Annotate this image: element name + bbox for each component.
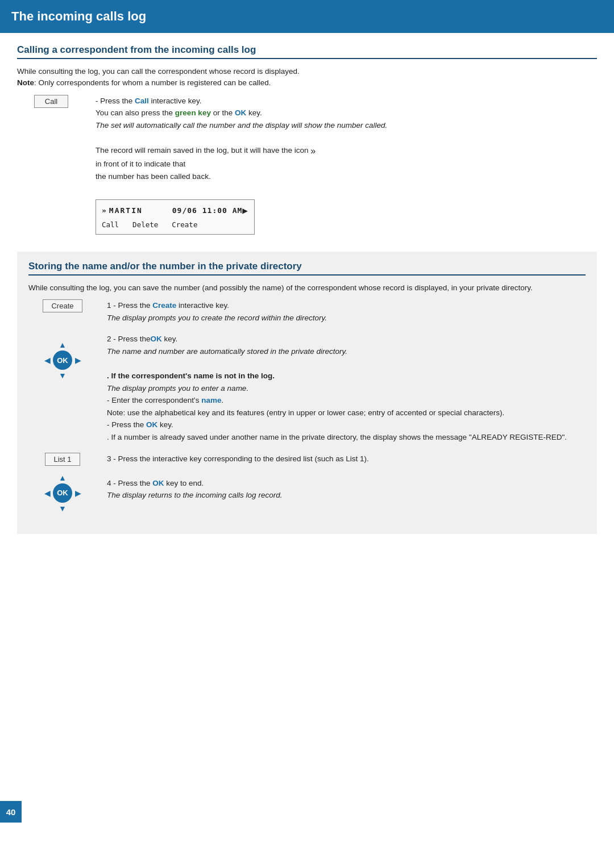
nav-pad-2: ▲ ▼ ◀ ▶ OK: [40, 470, 85, 516]
instr3: The set will automatically call the numb…: [96, 119, 597, 132]
display-action-call[interactable]: Call: [102, 219, 119, 231]
page-header: The incoming calls log: [0, 0, 614, 33]
step2-italic: The name and number are automatically st…: [107, 345, 586, 358]
nav-left-arrow-2[interactable]: ◀: [41, 487, 53, 499]
nav-pad-1: ▲ ▼ ◀ ▶ OK: [40, 337, 85, 383]
display-name: MARTIN: [109, 205, 172, 217]
nav-right-arrow-2[interactable]: ▶: [72, 487, 84, 499]
section-calling: Calling a correspondent from the incomin…: [17, 44, 597, 235]
instr4: The record will remain saved in the log,…: [96, 144, 597, 183]
nav-up-arrow-2[interactable]: ▲: [56, 471, 69, 484]
ok-key-ref4: OK: [152, 479, 164, 487]
nav-right-arrow[interactable]: ▶: [72, 354, 84, 366]
section1-intro: While consulting the log, you can call t…: [17, 66, 597, 89]
green-key-ref: green key: [175, 108, 211, 117]
ok-key-ref3: OK: [146, 420, 157, 429]
display-action-create[interactable]: Create: [172, 219, 197, 231]
display-row1: » MARTIN 09/06 11:00 AM ▶: [102, 203, 248, 218]
note-label: Note: [17, 78, 34, 87]
step5-text: 4 - Press the OK key to end.: [107, 477, 586, 490]
create-button[interactable]: Create: [43, 299, 82, 312]
display-called-icon: »: [102, 205, 107, 217]
step3-line4: - Press the OK key.: [107, 419, 586, 431]
display-mockup: » MARTIN 09/06 11:00 AM ▶ Call Delete Cr…: [96, 199, 255, 235]
display-action-delete[interactable]: Delete: [132, 219, 158, 231]
step1-row: Create 1 - Press the Create interactive …: [28, 299, 586, 324]
call-instruction-row: Call - Press the Call interactive key. Y…: [17, 95, 597, 235]
step3-4-instructions: 3 - Press the interactive key correspond…: [107, 453, 586, 502]
section2-intro: While consulting the log, you can save t…: [28, 282, 586, 294]
step5-italic: The display returns to the incoming call…: [107, 489, 586, 502]
step2-instructions: 2 - Press theOK key. The name and number…: [107, 333, 586, 443]
call-button-col: Call: [17, 95, 85, 108]
display-nav-arrow: ▶: [242, 203, 248, 218]
step4-text: 3 - Press the interactive key correspond…: [107, 453, 586, 465]
display-time: 09/06 11:00 AM: [172, 205, 243, 217]
step1-text: 1 - Press the Create interactive key.: [107, 299, 586, 312]
nav-down-arrow-2[interactable]: ▼: [56, 502, 69, 515]
step1-italic: The display prompts you to create the re…: [107, 312, 586, 324]
step2-row: ▲ ▼ ◀ ▶ OK 2 - Press theOK key. The name…: [28, 333, 586, 443]
step2-text: 2 - Press theOK key.: [107, 333, 586, 345]
list1-col: List 1 ▲ ▼ ◀ ▶ OK: [28, 453, 97, 516]
step3-row: List 1 ▲ ▼ ◀ ▶ OK 3 - Press the interact…: [28, 453, 586, 516]
page-title: The incoming calls log: [11, 9, 603, 24]
ok-key-ref: OK: [235, 108, 246, 117]
step1-instructions: 1 - Press the Create interactive key. Th…: [107, 299, 586, 324]
call-button[interactable]: Call: [34, 95, 68, 108]
called-back-icon: »: [310, 146, 316, 156]
step3-italic1: The display prompts you to enter a name.: [107, 382, 586, 395]
note-text: : Only correspondents for whom a number …: [34, 78, 271, 87]
step3-line2: - Enter the correspondent's name.: [107, 394, 586, 407]
ok-center-button-2[interactable]: OK: [53, 483, 72, 503]
step3-line5: . If a number is already saved under ano…: [107, 431, 586, 444]
instr1: - Press the Call interactive key.: [96, 95, 597, 107]
display-row2: Call Delete Create: [102, 219, 248, 231]
instr2: You can also press the green key or the …: [96, 107, 597, 119]
create-button-col: Create: [28, 299, 97, 312]
ok-center-button[interactable]: OK: [53, 350, 72, 370]
ok-key-ref2: OK: [151, 335, 162, 343]
name-key-ref: name: [201, 396, 221, 404]
section2-title: Storing the name and/or the number in th…: [28, 261, 586, 276]
call-key-ref: Call: [135, 97, 149, 105]
create-key-ref: Create: [152, 301, 176, 310]
section1-title: Calling a correspondent from the incomin…: [17, 44, 597, 59]
step3-line3: Note: use the alphabetical key and its f…: [107, 407, 586, 419]
list1-button[interactable]: List 1: [45, 453, 80, 466]
ok-pad-col1: ▲ ▼ ◀ ▶ OK: [28, 333, 97, 383]
call-instructions: - Press the Call interactive key. You ca…: [96, 95, 597, 235]
page-number: 40: [0, 801, 22, 823]
nav-up-arrow[interactable]: ▲: [56, 339, 69, 351]
nav-left-arrow[interactable]: ◀: [41, 354, 53, 366]
main-content: Calling a correspondent from the incomin…: [0, 33, 614, 568]
section-storing: Storing the name and/or the number in th…: [17, 252, 597, 534]
step3-bold: . If the correspondent's name is not in …: [107, 370, 586, 382]
nav-down-arrow[interactable]: ▼: [56, 369, 69, 382]
